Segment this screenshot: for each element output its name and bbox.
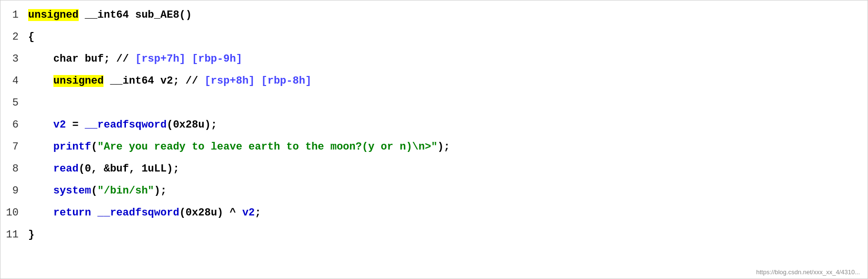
line-number: 7 <box>0 136 24 158</box>
line-content: printf("Are you ready to leave earth to … <box>24 136 450 158</box>
code-token: __int64 sub_AE8() <box>79 9 192 21</box>
table-row: 2{ <box>0 26 868 48</box>
line-content: unsigned __int64 v2; // [rsp+8h] [rbp-8h… <box>24 70 311 92</box>
line-content: unsigned __int64 sub_AE8() <box>24 4 192 26</box>
code-token: unsigned <box>53 75 104 87</box>
code-token: read <box>53 163 79 175</box>
line-number: 5 <box>0 92 24 114</box>
line-number: 4 <box>0 70 24 92</box>
table-row: 11} <box>0 224 868 246</box>
code-token: [rsp+8h] [rbp-8h] <box>205 75 311 87</box>
line-number: 10 <box>0 202 24 224</box>
code-token: (0x28u) ^ <box>179 207 242 219</box>
code-token: ; <box>255 207 261 219</box>
line-number: 2 <box>0 26 24 48</box>
code-token <box>28 119 53 131</box>
code-token: __readfsqword <box>97 207 179 219</box>
line-content: system("/bin/sh"); <box>24 180 166 202</box>
code-token: ( <box>91 141 97 153</box>
code-token <box>28 75 53 87</box>
table-row: 5 <box>0 92 868 114</box>
code-token: v2 <box>53 119 66 131</box>
table-row: 6 v2 = __readfsqword(0x28u); <box>0 114 868 136</box>
line-number: 3 <box>0 48 24 70</box>
code-token: v2 <box>242 207 255 219</box>
line-content: read(0, &buf, 1uLL); <box>24 158 179 180</box>
table-row: 4 unsigned __int64 v2; // [rsp+8h] [rbp-… <box>0 70 868 92</box>
line-number: 8 <box>0 158 24 180</box>
line-number: 1 <box>0 4 24 26</box>
code-token: { <box>28 31 34 43</box>
code-token: ); <box>437 141 450 153</box>
table-row: 7 printf("Are you ready to leave earth t… <box>0 136 868 158</box>
code-token: (0, &buf, 1uLL); <box>79 163 179 175</box>
code-token: char buf; // <box>28 53 135 65</box>
code-token: "/bin/sh" <box>97 185 154 197</box>
code-token: [rsp+7h] [rbp-9h] <box>135 53 242 65</box>
line-number: 6 <box>0 114 24 136</box>
line-number: 11 <box>0 224 24 246</box>
code-token: system <box>53 185 91 197</box>
code-token: return <box>53 207 91 219</box>
code-token <box>28 185 53 197</box>
code-token: __int64 v2; // <box>103 75 204 87</box>
line-content: } <box>24 224 34 246</box>
line-content: char buf; // [rsp+7h] [rbp-9h] <box>24 48 242 70</box>
url-bar: https://blog.csdn.net/xxx_xx_4/4310... <box>756 268 860 276</box>
code-token: ); <box>154 185 166 197</box>
code-token: ( <box>91 185 97 197</box>
line-number: 9 <box>0 180 24 202</box>
code-token: "Are you ready to leave earth to the moo… <box>97 141 437 153</box>
code-token: = <box>66 119 85 131</box>
table-row: 9 system("/bin/sh"); <box>0 180 868 202</box>
code-lines: 1unsigned __int64 sub_AE8()2{3 char buf;… <box>0 4 868 246</box>
code-token <box>28 207 53 219</box>
line-content: v2 = __readfsqword(0x28u); <box>24 114 217 136</box>
table-row: 8 read(0, &buf, 1uLL); <box>0 158 868 180</box>
table-row: 10 return __readfsqword(0x28u) ^ v2; <box>0 202 868 224</box>
code-view: 1unsigned __int64 sub_AE8()2{3 char buf;… <box>0 0 868 279</box>
table-row: 3 char buf; // [rsp+7h] [rbp-9h] <box>0 48 868 70</box>
code-token: __readfsqword <box>85 119 167 131</box>
code-token: (0x28u); <box>166 119 217 131</box>
code-token <box>28 163 53 175</box>
code-token: printf <box>53 141 91 153</box>
line-content: { <box>24 26 34 48</box>
code-token: unsigned <box>28 9 79 21</box>
line-content: return __readfsqword(0x28u) ^ v2; <box>24 202 261 224</box>
code-token <box>91 207 97 219</box>
code-token: } <box>28 229 34 241</box>
table-row: 1unsigned __int64 sub_AE8() <box>0 4 868 26</box>
code-token <box>28 141 53 153</box>
